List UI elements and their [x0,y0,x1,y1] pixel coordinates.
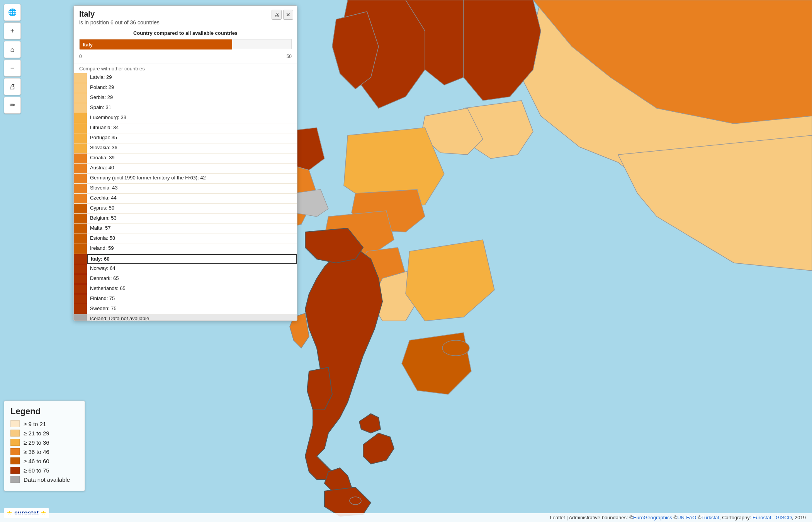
legend-color-swatch [10,430,20,437]
legend: Legend ≥ 9 to 21≥ 21 to 29≥ 29 to 36≥ 36… [4,401,85,491]
country-color-swatch [74,184,87,193]
country-list[interactable]: Latvia: 29 Poland: 29 Serbia: 29 Spain: … [74,73,297,321]
country-name: Serbia: 29 [87,93,297,103]
legend-item: ≥ 9 to 21 [10,420,78,427]
toolbar: 🌐 + ⌂ − 🖨 ✏ [4,4,21,114]
attribution-text: Leaflet | Administrative boundaries: ©Eu… [550,515,806,520]
eurogeographics-link[interactable]: EuroGeographics [633,515,672,520]
country-color-swatch [74,214,87,223]
turkstat-link[interactable]: Turkstat [701,515,719,520]
country-color-swatch [74,304,87,314]
legend-item-label: ≥ 9 to 21 [24,421,46,427]
popup-close-button[interactable]: ✕ [283,10,293,20]
country-list-item[interactable]: Latvia: 29 [74,73,297,83]
country-name: Slovenia: 43 [87,184,297,193]
legend-item: ≥ 29 to 36 [10,439,78,446]
country-name: Latvia: 29 [87,73,297,83]
country-list-item[interactable]: Austria: 40 [74,164,297,174]
legend-item-label: Data not available [24,476,70,483]
country-list-item[interactable]: Spain: 31 [74,103,297,113]
country-list-item[interactable]: Poland: 29 [74,83,297,93]
country-list-item[interactable]: Croatia: 39 [74,154,297,164]
country-name: Malta: 57 [87,224,297,234]
country-color-swatch [74,123,87,133]
country-list-item[interactable]: Malta: 57 [74,224,297,234]
compare-label: Compare with other countries [74,63,297,73]
country-list-item[interactable]: Netherlands: 65 [74,284,297,294]
country-color-swatch [74,93,87,103]
chart-bar-container: Italy [79,39,292,53]
country-color-swatch [74,154,87,163]
country-color-swatch [74,143,87,153]
chart-area: Country compared to all available countr… [74,28,297,63]
country-list-item[interactable]: Norway: 64 [74,264,297,274]
country-name: Italy: 60 [87,254,297,264]
chart-bar-label: Italy [83,42,93,48]
country-color-swatch [74,224,87,234]
country-list-item[interactable]: Sweden: 75 [74,304,297,314]
country-name: Luxembourg: 33 [87,113,297,123]
popup-print-button[interactable]: 🖨 [272,10,282,20]
axis-label-0: 0 [79,54,82,59]
legend-item: ≥ 46 to 60 [10,457,78,464]
country-list-item[interactable]: Germany (until 1990 former territory of … [74,174,297,184]
country-list-item[interactable]: Finland: 75 [74,294,297,304]
country-color-swatch [74,73,87,83]
leaflet-label: Leaflet [550,515,565,520]
country-list-item[interactable]: Portugal: 35 [74,133,297,143]
country-name: Slovakia: 36 [87,143,297,153]
legend-item: ≥ 36 to 46 [10,448,78,455]
zoom-in-button[interactable]: + [4,22,21,39]
country-name: Cyprus: 50 [87,204,297,213]
country-list-item[interactable]: Serbia: 29 [74,93,297,103]
country-name: Estonia: 58 [87,234,297,244]
chart-axis: 0 50 [79,54,292,59]
zoom-out-button[interactable]: − [4,60,21,77]
country-name: Croatia: 39 [87,154,297,163]
country-list-item[interactable]: Czechia: 44 [74,194,297,204]
country-list-item[interactable]: Ireland: 59 [74,244,297,254]
chart-title: Country compared to all available countr… [79,30,292,36]
print-button[interactable]: 🖨 [4,78,21,95]
country-name: Sweden: 75 [87,304,297,314]
country-name: Portugal: 35 [87,133,297,143]
country-list-item[interactable]: Lithuania: 34 [74,123,297,133]
legend-color-swatch [10,420,20,427]
country-color-swatch [74,103,87,113]
country-list-item[interactable]: Slovenia: 43 [74,184,297,194]
country-list-item[interactable]: Belgium: 53 [74,214,297,224]
axis-label-50: 50 [287,54,292,59]
globe-button[interactable]: 🌐 [4,4,21,21]
legend-item: ≥ 21 to 29 [10,430,78,437]
country-list-item[interactable]: Slovakia: 36 [74,143,297,154]
country-name: Iceland: Data not available [87,314,297,321]
country-color-swatch [74,164,87,173]
chart-bar-track: Italy [79,39,292,49]
unfao-link[interactable]: UN-FAO [677,515,696,520]
legend-color-swatch [10,467,20,474]
legend-item-label: ≥ 29 to 36 [24,439,49,446]
legend-item-label: ≥ 36 to 46 [24,449,49,455]
country-name: Lithuania: 34 [87,123,297,133]
country-list-item[interactable]: Denmark: 65 [74,274,297,284]
popup-subtitle: is in position 6 out of 36 countries [79,19,292,26]
legend-item-label: ≥ 46 to 60 [24,458,49,464]
country-color-swatch [74,133,87,143]
draw-button[interactable]: ✏ [4,97,21,114]
svg-point-2 [350,497,361,505]
country-color-swatch [74,274,87,284]
country-list-item[interactable]: Luxembourg: 33 [74,113,297,123]
gisco-link[interactable]: Eurostat - GISCO [753,515,792,520]
country-list-item[interactable]: Italy: 60 [74,254,297,264]
country-list-item[interactable]: Estonia: 58 [74,234,297,244]
country-name: Norway: 64 [87,264,297,274]
country-name: Spain: 31 [87,103,297,113]
home-button[interactable]: ⌂ [4,41,21,58]
attribution-bar: Leaflet | Administrative boundaries: ©Eu… [0,513,812,522]
country-color-swatch [74,194,87,203]
legend-item: ≥ 60 to 75 [10,467,78,474]
country-name: Austria: 40 [87,164,297,173]
country-list-item[interactable]: Cyprus: 50 [74,204,297,214]
country-list-item[interactable]: Iceland: Data not available [74,314,297,321]
country-color-swatch [74,264,87,274]
